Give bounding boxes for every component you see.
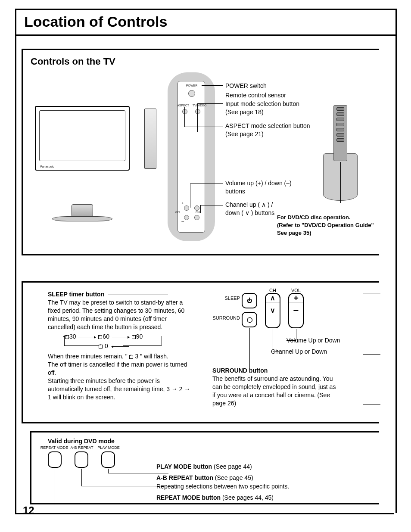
surround-heading: SURROUND button [212,367,268,374]
surround-block: SURROUND button The benefits of surround… [212,367,337,407]
surround-button-icon: ◯ [242,312,257,327]
volume-callout: Volume up (+) / down (–) buttons [225,179,333,196]
remote-section: SLEEP timer button The TV may be preset … [22,281,379,423]
surround-body: The benefits of surround are astounding.… [212,375,336,407]
input-mode-callout: Input mode selection button (See page 18… [225,100,333,116]
title-bar: Location of Controls [15,9,397,34]
repeat-mode-callout: REPEAT MODE button (See pages 44, 45) [156,494,274,502]
ab-repeat-label: A-B REPEAT [67,445,97,450]
aspect-button-icon [182,109,187,114]
timer-cycle: 30 60 90 0 [65,333,194,351]
page-title: Location of Controls [24,13,388,30]
sleep-body1: The TV may be preset to switch to stand-… [48,299,184,330]
remote-button-cluster: SLEEP ⏻ SURROUND ◯ CH ∧ ∨ VOL + − [217,290,329,355]
aspect-label: ASPECT [174,104,192,107]
ch-buttons-icon: ∧ ∨ [265,293,280,328]
sleep-body3: The off timer is cancelled if the main p… [48,361,194,377]
dvd-mode-section: Valid during DVD mode REPEAT MODE A-B RE… [30,431,379,504]
dvd-side-illustration [319,102,362,201]
ch-btn-label: CH [265,288,280,293]
tvvideo-label: TV/VIDEO [191,104,208,107]
vol-up-icon [184,205,189,211]
repeat-mode-button-icon [48,451,62,468]
sleep-button-icon: ⏻ [242,293,257,308]
tv-illustration: Panasonic [35,106,143,196]
ab-repeat-button-icon [75,451,88,468]
sleep-timer-block: SLEEP timer button The TV may be preset … [48,290,194,401]
sleep-body2: When three minutes remain, " 3 " will fl… [48,352,194,361]
vol-label: VOL [172,211,184,214]
power-label: POWER [179,84,205,87]
remote-sensor-callout: Remote control sensor [225,91,333,100]
vol-buttons-icon: + − [288,293,304,328]
power-callout: POWER switch [225,82,333,90]
play-mode-callout: PLAY MODE button (See page 44) [156,463,252,471]
tv-controls-section: Controls on the TV Panasonic POWER AS [22,49,379,255]
ch-label: CH [193,211,202,214]
ch-up-icon [194,205,199,211]
control-panel-zoom: POWER ASPECT TV/VIDEO VOL CH + − [168,72,215,241]
page-number: 12 [23,504,34,516]
play-mode-button-icon [101,451,115,468]
power-button-icon [188,90,195,97]
surround-btn-label: SURROUND [207,315,240,320]
ab-repeat-callout: A-B REPEAT button (See page 45) Repeatin… [156,474,337,491]
tv-section-heading: Controls on the TV [31,56,379,67]
dvd-heading: Valid during DVD mode [48,438,379,445]
sleep-heading: SLEEP timer button [48,291,104,298]
vol-btn-label: VOL [288,288,304,293]
sleep-btn-label: SLEEP [218,296,240,301]
vol-text: Volume Up or Down [286,337,373,344]
ch-text: Channel Up or Down [271,348,357,355]
vol-down-icon [184,215,189,220]
tvvideo-button-icon [195,109,200,114]
ch-down-icon [194,215,199,220]
dvd-note: For DVD/CD disc operation. (Refer to "DV… [277,214,374,237]
play-mode-label: PLAY MODE [93,445,124,450]
sleep-body4: Starting three minutes before the power … [48,377,194,401]
repeat-mode-label: REPEAT MODE [39,445,69,450]
aspect-mode-callout: ASPECT mode selection button (See page 2… [225,122,333,138]
